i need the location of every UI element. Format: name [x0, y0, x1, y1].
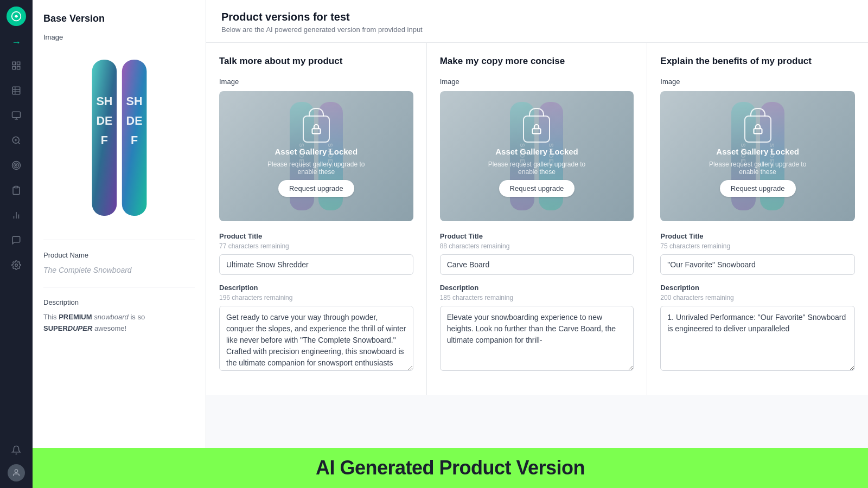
product-title-meta-2: 88 characters remaining — [440, 242, 634, 250]
divider-2 — [43, 287, 195, 287]
grid-icon[interactable] — [7, 56, 26, 75]
svg-text:DE: DE — [126, 114, 142, 127]
versions-container: Talk more about my product Image SHDEF S… — [206, 43, 868, 395]
base-version-title: Base Version — [43, 13, 195, 24]
description-meta-1: 196 characters remaining — [219, 294, 413, 301]
main-header: Product versions for test Below are the … — [206, 0, 868, 43]
bell-icon[interactable] — [7, 440, 26, 460]
version-3-image-label: Image — [660, 78, 855, 86]
product-title-input-3[interactable] — [660, 254, 855, 275]
svg-text:DE: DE — [96, 114, 112, 127]
lock-icon-2 — [523, 115, 550, 143]
description-field-1: Description 196 characters remaining — [219, 284, 413, 373]
locked-title-1: Asset Gallery Locked — [275, 147, 358, 156]
clipboard-icon[interactable] — [7, 181, 26, 200]
product-name-label: Product Name — [43, 251, 195, 259]
image-label: Image — [43, 33, 195, 41]
product-title-input-2[interactable] — [440, 254, 634, 275]
version-2-gallery: SHDEF SHDEF Asset Gallery Locked Please … — [440, 91, 634, 221]
locked-overlay-1: Asset Gallery Locked Please request gall… — [219, 91, 413, 221]
version-3-gallery: SHDEF SHDEF Asset Gallery Locked Please … — [660, 91, 855, 221]
divider-1 — [43, 240, 195, 240]
version-2-image-label: Image — [440, 78, 634, 86]
description-label-1: Description — [219, 284, 413, 292]
ai-banner: AI Generated Product Version — [33, 448, 868, 488]
locked-title-2: Asset Gallery Locked — [495, 147, 578, 156]
locked-desc-3: Please request gallery upgrade to enable… — [704, 160, 812, 176]
nav-arrow[interactable]: → — [8, 34, 24, 52]
description-label-2: Description — [440, 284, 634, 292]
product-name-value: The Complete Snowboard — [43, 265, 195, 276]
target-icon[interactable] — [7, 156, 26, 175]
locked-desc-1: Please request gallery upgrade to enable… — [262, 160, 371, 176]
request-upgrade-btn-3[interactable]: Request upgrade — [720, 180, 796, 197]
page-subtitle: Below are the AI powered generated versi… — [221, 25, 853, 34]
product-title-label-3: Product Title — [660, 232, 855, 240]
lock-icon-3 — [744, 115, 771, 143]
locked-desc-2: Please request gallery upgrade to enable… — [482, 160, 591, 176]
svg-rect-35 — [754, 129, 762, 133]
version-1-gallery: SHDEF SHDEF Asset Gallery Locked Please … — [219, 91, 413, 221]
product-title-meta-3: 75 characters remaining — [660, 242, 855, 250]
svg-text:SH: SH — [96, 94, 112, 108]
svg-rect-2 — [17, 62, 20, 65]
svg-rect-1 — [12, 62, 15, 65]
svg-rect-9 — [12, 112, 21, 118]
svg-rect-33 — [312, 129, 320, 133]
locked-overlay-2: Asset Gallery Locked Please request gall… — [440, 91, 634, 221]
chat-icon[interactable] — [7, 230, 26, 250]
svg-rect-3 — [12, 67, 15, 69]
svg-line-13 — [18, 142, 20, 144]
base-panel: Base Version Image SH DE F SH DE F Produ… — [33, 0, 206, 488]
version-1-title: Talk more about my product — [219, 56, 413, 67]
version-1-image-label: Image — [219, 78, 413, 86]
svg-text:F: F — [130, 133, 137, 147]
svg-point-24 — [15, 470, 17, 472]
description-textarea-3[interactable] — [660, 306, 855, 371]
svg-point-18 — [16, 165, 17, 166]
app-logo[interactable] — [7, 7, 26, 26]
monitor-icon[interactable] — [7, 106, 26, 125]
chart-icon[interactable] — [7, 206, 26, 225]
request-upgrade-btn-2[interactable]: Request upgrade — [499, 180, 575, 197]
description-textarea-1[interactable] — [219, 306, 413, 371]
svg-rect-19 — [15, 187, 18, 188]
base-snowboard-image: SH DE F SH DE F — [87, 47, 152, 229]
user-avatar[interactable] — [8, 464, 25, 481]
svg-rect-4 — [17, 67, 20, 69]
svg-point-17 — [14, 163, 19, 168]
svg-text:SH: SH — [126, 94, 142, 108]
svg-text:F: F — [100, 133, 107, 147]
version-col-1: Talk more about my product Image SHDEF S… — [206, 43, 427, 395]
description-meta-2: 185 characters remaining — [440, 294, 634, 301]
version-2-title: Make my copy more concise — [440, 56, 634, 67]
analytics-icon[interactable] — [7, 131, 26, 150]
svg-rect-5 — [12, 87, 20, 94]
page-title: Product versions for test — [221, 11, 853, 23]
request-upgrade-btn-1[interactable]: Request upgrade — [278, 180, 354, 197]
version-3-title: Explain the benefits of my product — [660, 56, 855, 67]
lock-icon — [303, 115, 330, 143]
sidebar: → — [0, 0, 33, 488]
product-title-field-1: Product Title 77 characters remaining — [219, 232, 413, 275]
product-title-field-3: Product Title 75 characters remaining — [660, 232, 855, 275]
description-meta-3: 200 characters remaining — [660, 294, 855, 301]
ai-banner-text: AI Generated Product Version — [316, 457, 585, 479]
locked-title-3: Asset Gallery Locked — [716, 147, 799, 156]
product-title-meta-1: 77 characters remaining — [219, 242, 413, 250]
description-field-3: Description 200 characters remaining — [660, 284, 855, 373]
description-label: Description — [43, 298, 195, 306]
version-col-2: Make my copy more concise Image SHDEF SH… — [427, 43, 648, 395]
settings-icon[interactable] — [7, 255, 26, 275]
table-icon[interactable] — [7, 81, 26, 100]
locked-overlay-3: Asset Gallery Locked Please request gall… — [660, 91, 855, 221]
product-title-label-2: Product Title — [440, 232, 634, 240]
svg-rect-34 — [533, 129, 541, 133]
main-content: Product versions for test Below are the … — [206, 0, 868, 488]
description-textarea-2[interactable] — [440, 306, 634, 371]
description-label-3: Description — [660, 284, 855, 292]
svg-point-23 — [15, 264, 18, 267]
product-title-field-2: Product Title 88 characters remaining — [440, 232, 634, 275]
product-title-input-1[interactable] — [219, 254, 413, 275]
description-field-2: Description 185 characters remaining — [440, 284, 634, 373]
